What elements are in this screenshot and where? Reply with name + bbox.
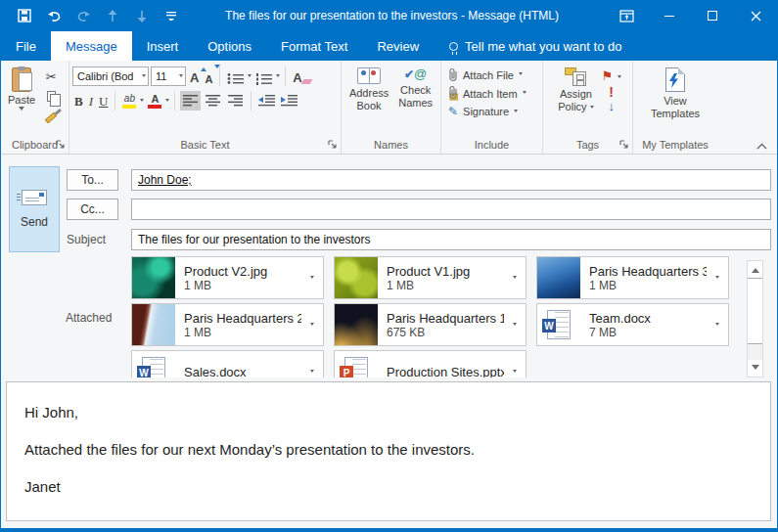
bold-icon[interactable]: B bbox=[72, 92, 85, 110]
assign-policy-button[interactable]: AssignPolicy bbox=[554, 65, 597, 116]
italic-icon[interactable]: I bbox=[87, 92, 95, 110]
attachment-dropdown-icon[interactable] bbox=[707, 257, 728, 298]
scroll-down-icon[interactable] bbox=[748, 360, 762, 377]
align-center-icon[interactable] bbox=[203, 91, 223, 111]
clipboard-group-label: Clipboard bbox=[12, 139, 58, 151]
font-size-value: 11 bbox=[156, 70, 179, 82]
ribbon: Paste ✂ Clipboard bbox=[1, 61, 777, 155]
attach-file-button[interactable]: Attach File bbox=[444, 67, 539, 82]
attachment-name: Paris Headquarters 1.jpg bbox=[387, 311, 504, 326]
scrollbar-thumb[interactable] bbox=[748, 278, 762, 344]
clipboard-dialog-launcher-icon[interactable] bbox=[56, 140, 66, 150]
copy-icon[interactable] bbox=[41, 88, 61, 105]
align-left-icon[interactable] bbox=[180, 91, 201, 111]
paste-label: Paste bbox=[8, 94, 35, 107]
scroll-up-icon[interactable] bbox=[748, 261, 762, 278]
chevron-down-icon bbox=[523, 91, 526, 96]
cc-button[interactable]: Cc... bbox=[67, 199, 118, 220]
ribbon-display-options-icon[interactable] bbox=[605, 0, 648, 31]
collapse-ribbon-icon[interactable] bbox=[756, 143, 767, 150]
high-importance-icon[interactable]: ! bbox=[609, 85, 614, 99]
assign-policy-icon bbox=[565, 67, 586, 86]
low-importance-icon[interactable]: ↓ bbox=[608, 100, 615, 113]
body-paragraph: Janet bbox=[24, 478, 770, 495]
attachment-tile[interactable]: Paris Headquarters 3.jpg 1 MB bbox=[536, 256, 729, 299]
tags-dialog-launcher-icon[interactable] bbox=[619, 140, 629, 150]
move-up-icon[interactable] bbox=[105, 8, 120, 23]
message-body[interactable]: Hi John,Attached the files for our next … bbox=[6, 381, 771, 521]
customize-toolbar-icon[interactable] bbox=[163, 8, 179, 23]
attachment-dropdown-icon[interactable] bbox=[301, 304, 323, 345]
send-button[interactable]: Send bbox=[9, 166, 60, 252]
undo-icon[interactable] bbox=[46, 8, 62, 23]
address-book-icon bbox=[357, 67, 381, 84]
follow-up-flag-icon[interactable]: ⚑ bbox=[602, 66, 621, 84]
text-highlight-icon[interactable]: ab bbox=[120, 92, 138, 110]
window-controls bbox=[605, 0, 777, 31]
attachment-tile[interactable]: Product V1.jpg 1 MB bbox=[334, 256, 526, 299]
to-field[interactable]: John Doe; bbox=[131, 169, 771, 191]
bullets-icon[interactable] bbox=[225, 67, 246, 85]
check-names-button[interactable]: ✔@ CheckNames bbox=[394, 65, 436, 112]
numbering-icon[interactable] bbox=[253, 67, 274, 85]
tab-insert[interactable]: Insert bbox=[132, 31, 194, 61]
shrink-font-icon[interactable]: A bbox=[203, 67, 214, 85]
tab-review[interactable]: Review bbox=[362, 31, 434, 61]
format-painter-icon[interactable] bbox=[41, 108, 61, 124]
chevron-down-icon bbox=[140, 99, 144, 104]
tell-me-label: Tell me what you want to do bbox=[465, 39, 621, 54]
attachment-tile[interactable]: P Production Sites.pptx bbox=[334, 350, 526, 377]
attachment-tile[interactable]: Paris Headquarters 2.jpg 1 MB bbox=[131, 303, 324, 346]
attachment-tile[interactable]: W Sales.docx bbox=[131, 350, 324, 377]
attach-item-button[interactable]: Attach Item bbox=[444, 86, 539, 101]
clear-formatting-icon[interactable]: A bbox=[291, 67, 303, 85]
decrease-indent-icon[interactable] bbox=[256, 91, 277, 111]
maximize-icon[interactable] bbox=[691, 0, 734, 31]
tab-format-text[interactable]: Format Text bbox=[266, 31, 362, 61]
font-color-icon[interactable]: A bbox=[146, 92, 163, 110]
to-button[interactable]: To... bbox=[67, 169, 118, 191]
attachments-scrollbar[interactable] bbox=[747, 260, 763, 377]
attachment-dropdown-icon[interactable] bbox=[301, 351, 323, 377]
attachment-dropdown-icon[interactable] bbox=[504, 257, 526, 298]
attachment-name: Sales.docx bbox=[184, 365, 301, 378]
attached-label: Attached bbox=[66, 311, 112, 325]
font-name-select[interactable]: Calibri (Bod bbox=[72, 66, 149, 86]
address-book-button[interactable]: AddressBook bbox=[345, 65, 392, 115]
subject-field[interactable]: The files for our presentation to the in… bbox=[131, 229, 771, 250]
to-recipient[interactable]: John Doe; bbox=[138, 173, 192, 187]
attachment-tile[interactable]: Paris Headquarters 1.jpg 675 KB bbox=[334, 303, 526, 346]
attachment-tile[interactable]: W Team.docx 7 MB bbox=[536, 303, 729, 346]
include-group: Attach File Attach Item ✎ Signature bbox=[441, 61, 543, 154]
underline-icon[interactable]: U bbox=[97, 92, 110, 110]
attachment-name: Production Sites.pptx bbox=[387, 365, 504, 378]
font-size-select[interactable]: 11 bbox=[151, 66, 186, 86]
minimize-icon[interactable] bbox=[648, 0, 691, 31]
cc-field[interactable] bbox=[131, 199, 771, 220]
chevron-down-icon bbox=[179, 74, 183, 79]
attachment-dropdown-icon[interactable] bbox=[707, 304, 728, 345]
attachment-dropdown-icon[interactable] bbox=[504, 304, 526, 345]
close-icon[interactable] bbox=[734, 0, 777, 31]
view-templates-button[interactable]: ViewTemplates bbox=[647, 65, 704, 123]
paste-button[interactable]: Paste bbox=[4, 65, 39, 116]
attachment-tile[interactable]: Product V2.jpg 1 MB bbox=[131, 256, 324, 299]
tab-message[interactable]: Message bbox=[51, 31, 132, 61]
tab-file[interactable]: File bbox=[1, 31, 51, 61]
increase-indent-icon[interactable] bbox=[279, 91, 299, 111]
save-icon[interactable] bbox=[17, 8, 32, 23]
include-group-label: Include bbox=[475, 139, 509, 151]
redo-icon[interactable] bbox=[75, 8, 91, 23]
basic-text-dialog-launcher-icon[interactable] bbox=[328, 140, 338, 150]
quick-access-toolbar bbox=[1, 8, 179, 23]
ribbon-spacer bbox=[717, 61, 777, 154]
cut-icon[interactable]: ✂ bbox=[41, 68, 61, 85]
align-right-icon[interactable] bbox=[225, 91, 246, 111]
attachment-dropdown-icon[interactable] bbox=[301, 257, 323, 298]
tab-options[interactable]: Options bbox=[193, 31, 266, 61]
signature-button[interactable]: ✎ Signature bbox=[444, 105, 539, 118]
grow-font-icon[interactable]: A bbox=[188, 67, 201, 85]
attachment-dropdown-icon[interactable] bbox=[504, 351, 526, 377]
tell-me-box[interactable]: Tell me what you want to do bbox=[449, 31, 621, 61]
move-down-icon[interactable] bbox=[134, 8, 150, 23]
